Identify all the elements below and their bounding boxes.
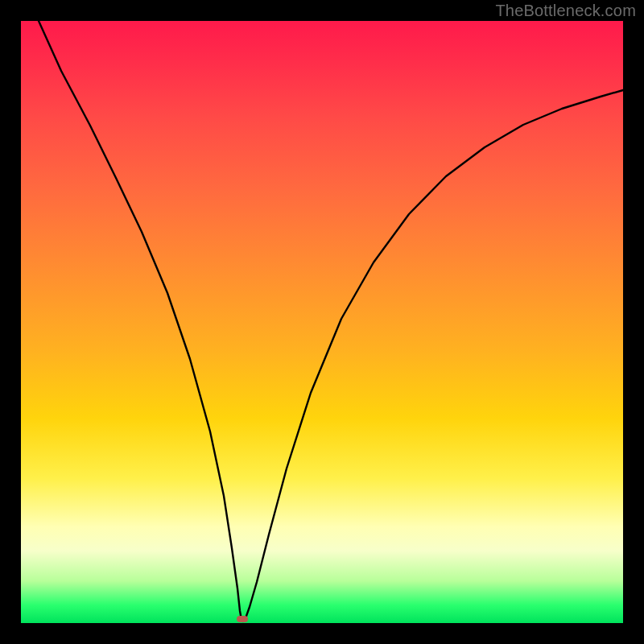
min-marker bbox=[237, 616, 248, 622]
watermark-label: TheBottleneck.com bbox=[495, 2, 636, 20]
curve-svg bbox=[21, 21, 623, 623]
bottleneck-curve bbox=[39, 21, 623, 621]
chart-frame: TheBottleneck.com bbox=[0, 0, 644, 644]
plot-area bbox=[21, 21, 623, 623]
